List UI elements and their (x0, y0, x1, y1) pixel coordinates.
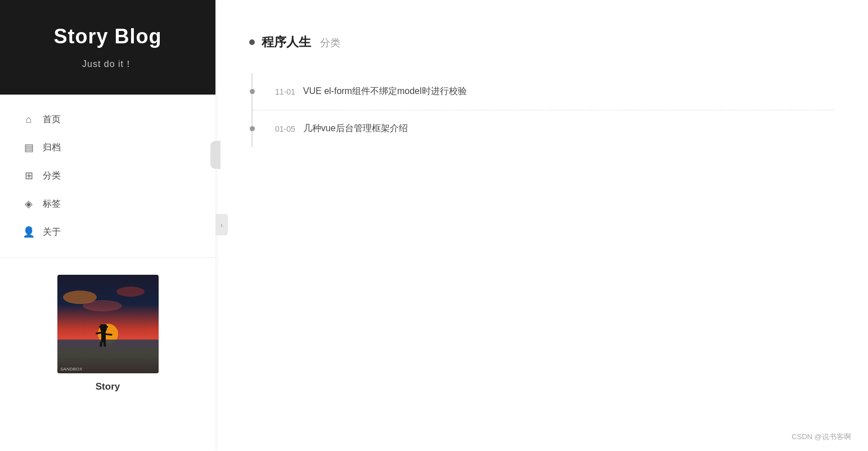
footer-credit: CSDN @说书客啊 (791, 432, 851, 442)
nav-item-category[interactable]: ⊞分类 (0, 162, 215, 190)
nav-item-home[interactable]: ⌂首页 (0, 106, 215, 133)
blog-subtitle: Just do it！ (82, 59, 133, 70)
scroll-indicator (210, 141, 221, 169)
blog-title: Story Blog (53, 25, 161, 48)
category-tag: 分类 (320, 37, 340, 48)
category-icon: ⊞ (23, 169, 35, 182)
svg-text:SANDBOX: SANDBOX (60, 367, 83, 372)
sidebar-profile: SANDBOX Story (0, 258, 215, 404)
category-title: 程序人生 分类 (262, 34, 340, 51)
nav-item-archive[interactable]: ▤归档 (0, 133, 215, 162)
about-label: 关于 (43, 226, 61, 238)
svg-rect-12 (100, 324, 107, 327)
nav-item-tags[interactable]: ◈标签 (0, 190, 215, 218)
posts-timeline: 11-01VUE el-form组件不绑定model时进行校验01-05几种vu… (251, 73, 834, 147)
sidebar-nav: ⌂首页▤归档⊞分类◈标签👤关于 (0, 95, 215, 258)
post-item[interactable]: 01-05几种vue后台管理框架介绍 (253, 110, 834, 147)
post-bullet (250, 126, 255, 131)
svg-rect-16 (104, 341, 106, 347)
post-title: 几种vue后台管理框架介绍 (303, 123, 408, 135)
svg-point-3 (83, 300, 122, 311)
svg-point-2 (116, 287, 145, 297)
post-item[interactable]: 11-01VUE el-form组件不绑定model时进行校验 (253, 73, 834, 110)
post-date: 11-01 (275, 87, 295, 96)
profile-name: Story (96, 381, 120, 392)
sidebar-header: Story Blog Just do it！ (0, 0, 215, 95)
home-label: 首页 (43, 114, 61, 126)
category-label: 分类 (43, 170, 61, 182)
nav-item-about[interactable]: 👤关于 (0, 218, 215, 246)
category-heading: 程序人生 分类 (249, 34, 834, 51)
main-content: 程序人生 分类 11-01VUE el-form组件不绑定model时进行校验0… (215, 0, 868, 451)
category-bullet (249, 39, 255, 45)
home-icon: ⌂ (23, 114, 35, 126)
post-title: VUE el-form组件不绑定model时进行校验 (303, 86, 467, 97)
tags-label: 标签 (43, 198, 61, 210)
expand-arrow[interactable]: › (215, 214, 228, 235)
archive-icon: ▤ (23, 141, 35, 154)
tags-icon: ◈ (23, 198, 35, 210)
post-bullet (250, 89, 255, 94)
archive-label: 归档 (43, 142, 61, 154)
post-date: 01-05 (275, 124, 295, 133)
about-icon: 👤 (23, 226, 35, 238)
profile-image: SANDBOX (57, 275, 159, 373)
